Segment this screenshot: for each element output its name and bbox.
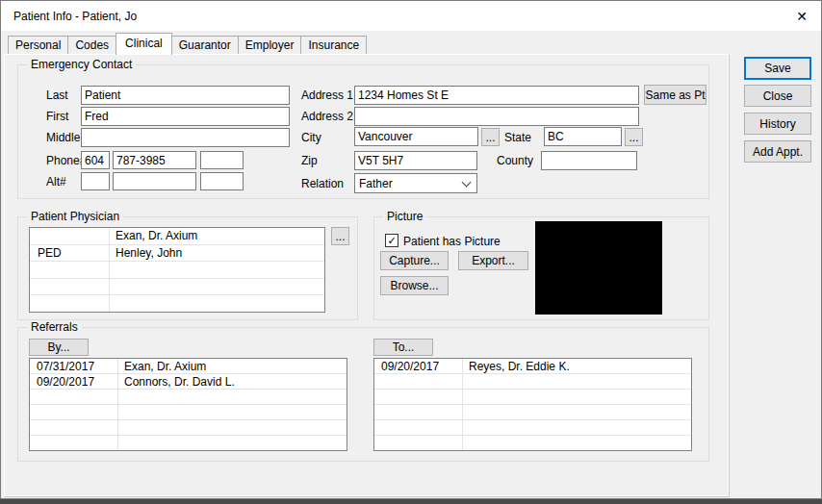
referral-name: Reyes, Dr. Eddie K. (463, 359, 691, 373)
referral-row[interactable] (374, 390, 691, 405)
middle-label: Middle (46, 131, 80, 144)
physician-code (30, 228, 110, 244)
zip-field[interactable] (354, 151, 477, 170)
middle-field[interactable] (81, 128, 290, 147)
phone-area-field[interactable] (81, 151, 110, 169)
physician-name (110, 262, 324, 278)
physician-code: PED (30, 245, 110, 262)
referral-name (118, 436, 347, 450)
referral-date: 09/20/2017 (374, 359, 463, 373)
relation-dropdown[interactable]: Father (354, 173, 477, 193)
referral-name (118, 390, 347, 404)
alt-ext-field[interactable] (200, 172, 244, 190)
referral-row[interactable]: 07/31/2017 Exan, Dr. Axium (30, 359, 347, 374)
tab-employer[interactable]: Employer (238, 36, 302, 54)
tab-clinical[interactable]: Clinical (116, 33, 172, 55)
referral-date (374, 420, 463, 435)
emergency-contact-legend: Emergency Contact (27, 58, 136, 71)
alt-number-field[interactable] (113, 172, 196, 190)
referral-by-button[interactable]: By... (29, 339, 89, 356)
referral-row[interactable]: 09/20/2017 Reyes, Dr. Eddie K. (374, 359, 691, 374)
add-appt-button[interactable]: Add Appt. (744, 140, 811, 163)
referral-date (30, 405, 118, 419)
first-field[interactable] (81, 107, 290, 126)
referral-name (463, 436, 691, 450)
referral-name: Connors, Dr. David L. (118, 374, 347, 389)
alt-area-field[interactable] (81, 172, 110, 190)
alt-phone-label: Alt# (46, 175, 66, 189)
address2-label: Address 2 (301, 110, 353, 123)
tab-guarantor[interactable]: Guarantor (171, 36, 239, 54)
phone-number-field[interactable] (113, 151, 196, 169)
referral-date: 07/31/2017 (30, 359, 118, 373)
referral-name (463, 420, 691, 435)
relation-value: Father (359, 177, 393, 190)
referral-date (374, 405, 463, 419)
county-field[interactable] (541, 151, 637, 170)
state-lookup-button[interactable]: ... (625, 128, 643, 146)
state-label: State (504, 131, 531, 144)
referral-row[interactable]: 09/20/2017 Connors, Dr. David L. (30, 374, 347, 390)
patient-photo (535, 221, 662, 315)
phone-ext-field[interactable] (200, 151, 244, 169)
patient-physician-list[interactable]: Exan, Dr. Axium PED Henley, John (29, 227, 325, 313)
city-field[interactable] (354, 127, 478, 146)
tab-personal[interactable]: Personal (8, 36, 68, 54)
physician-code (30, 295, 110, 312)
referral-name: Exan, Dr. Axium (118, 359, 347, 373)
close-icon[interactable]: ✕ (787, 3, 816, 29)
referral-date (374, 374, 463, 389)
checkmark-icon: ✓ (387, 236, 396, 246)
referral-date (30, 436, 118, 450)
referral-date (30, 390, 118, 404)
capture-button[interactable]: Capture... (380, 251, 449, 270)
patient-has-picture-checkbox[interactable]: ✓ (385, 234, 398, 247)
referral-to-button[interactable]: To... (373, 339, 433, 356)
export-button[interactable]: Export... (458, 251, 528, 270)
referral-row[interactable] (374, 436, 691, 450)
titlebar[interactable]: Patient Info - Patient, Jo (1, 1, 821, 31)
close-button[interactable]: Close (744, 85, 811, 107)
referral-row[interactable] (30, 390, 347, 405)
referral-name (463, 405, 691, 419)
referral-row[interactable] (30, 436, 347, 450)
physician-row[interactable]: PED Henley, John (30, 245, 324, 263)
city-lookup-button[interactable]: ... (481, 128, 500, 146)
referral-date (30, 420, 118, 435)
physician-code (30, 279, 110, 295)
referral-name (463, 374, 691, 389)
physician-row[interactable] (30, 295, 324, 312)
physician-name: Exan, Dr. Axium (110, 228, 324, 244)
referral-row[interactable] (374, 405, 691, 420)
physician-row[interactable] (30, 279, 324, 296)
tab-strip: Personal Codes Clinical Guarantor Employ… (8, 32, 366, 54)
relation-label: Relation (301, 177, 344, 190)
referral-date: 09/20/2017 (30, 374, 118, 389)
referral-row[interactable] (30, 405, 347, 420)
physician-code (30, 262, 110, 278)
address1-label: Address 1 (301, 88, 353, 102)
last-field[interactable] (81, 86, 290, 105)
referral-row[interactable] (30, 420, 347, 436)
referral-row[interactable] (374, 420, 691, 436)
picture-legend: Picture (383, 210, 426, 223)
last-label: Last (46, 88, 68, 102)
referral-name (118, 420, 347, 435)
browse-button[interactable]: Browse... (380, 276, 449, 295)
physician-name: Henley, John (110, 245, 324, 262)
address2-field[interactable] (354, 107, 639, 126)
state-field[interactable] (544, 127, 622, 146)
physician-row[interactable]: Exan, Dr. Axium (30, 228, 324, 245)
history-button[interactable]: History (744, 113, 811, 135)
save-button[interactable]: Save (744, 57, 811, 80)
referral-row[interactable] (374, 374, 691, 390)
referral-to-list[interactable]: 09/20/2017 Reyes, Dr. Eddie K. (373, 358, 692, 451)
referral-by-list[interactable]: 07/31/2017 Exan, Dr. Axium 09/20/2017 Co… (29, 358, 347, 451)
same-as-pt-button[interactable]: Same as Pt (644, 85, 706, 105)
tab-insurance[interactable]: Insurance (300, 36, 367, 54)
address1-field[interactable] (354, 86, 639, 105)
referral-date (374, 390, 463, 404)
tab-codes[interactable]: Codes (67, 36, 116, 54)
physician-row[interactable] (30, 262, 324, 279)
physician-lookup-button[interactable]: ... (331, 227, 349, 245)
